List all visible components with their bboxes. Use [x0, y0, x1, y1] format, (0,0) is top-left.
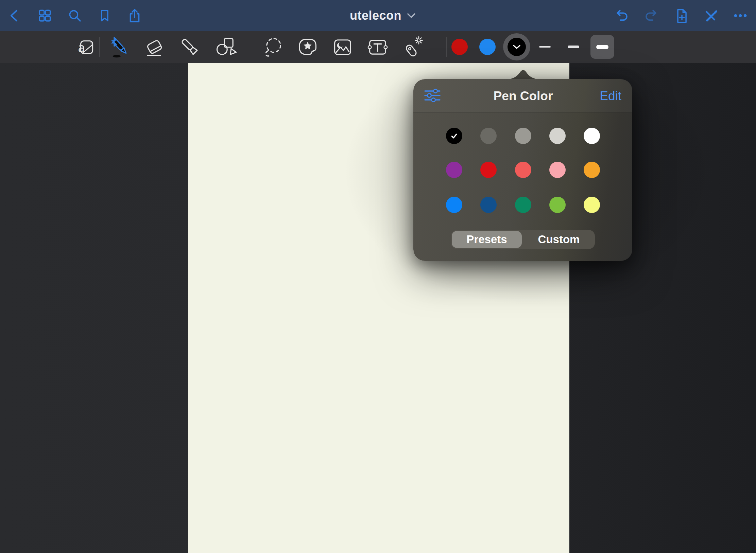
image-tool[interactable]: [328, 33, 357, 61]
popover-arrow: [507, 69, 539, 79]
lasso-tool[interactable]: [259, 33, 288, 61]
ellipsis-icon: [732, 7, 749, 24]
pen-settings-button sliders-icon[interactable]: [424, 88, 441, 103]
popover-title: Pen Color: [494, 89, 553, 103]
share-icon: [127, 8, 142, 23]
swatch-red[interactable]: [480, 162, 497, 178]
presets-custom-segmented-control: Presets Custom: [451, 230, 595, 249]
tab-presets[interactable]: Presets: [466, 233, 507, 246]
swatch-teal[interactable]: [515, 197, 531, 213]
document-title-button[interactable]: utelecon: [350, 0, 416, 31]
edit-colors-button[interactable]: Edit: [600, 89, 621, 103]
text-icon: [366, 36, 389, 59]
pen-icon: [110, 36, 133, 59]
quick-color-black-swatch: [508, 38, 526, 56]
eraser-icon: [144, 36, 167, 59]
stroke-thick-sample: [596, 45, 608, 49]
tab-custom[interactable]: Custom: [538, 233, 580, 246]
tools-toolbar: a: [0, 31, 756, 63]
swatch-blue[interactable]: [446, 197, 462, 213]
chevron-down-icon: [407, 13, 416, 18]
more-button[interactable]: [730, 5, 751, 26]
grid-icon: [37, 8, 53, 23]
svg-text:a: a: [78, 41, 85, 55]
top-navigation-bar: utelecon: [0, 0, 756, 31]
chevron-left-icon: [7, 8, 22, 23]
app-screen: utelecon: [0, 0, 756, 553]
highlighter-icon: [178, 36, 202, 59]
zoom-window-icon: a: [74, 36, 97, 58]
swatch-coral[interactable]: [515, 162, 531, 178]
quick-color-black-selected[interactable]: [503, 33, 530, 60]
redo-button[interactable]: [641, 5, 662, 26]
swatch-navy[interactable]: [480, 197, 497, 213]
pen-color-popover: Pen Color Edit Presets Custom: [413, 79, 632, 261]
toolbar-separator: [99, 37, 100, 57]
bookmark-button[interactable]: [94, 5, 115, 26]
quick-color-blue[interactable]: [479, 39, 496, 55]
swatch-yellow[interactable]: [584, 197, 600, 213]
checkmark-icon: [449, 131, 459, 141]
document-title: utelecon: [350, 8, 401, 23]
swatch-green[interactable]: [549, 197, 566, 213]
toolbar-separator: [446, 37, 447, 57]
lasso-icon: [262, 36, 285, 59]
swatch-white[interactable]: [584, 128, 600, 144]
chevron-down-icon: [513, 44, 521, 49]
swatch-dark-gray[interactable]: [480, 128, 497, 144]
stroke-thin-sample: [539, 46, 551, 48]
swatch-gray[interactable]: [515, 128, 531, 144]
undo-icon: [613, 7, 630, 24]
swatch-black selected[interactable]: [446, 128, 462, 144]
readonly-pen-button[interactable]: [700, 5, 721, 26]
shapes-tool[interactable]: [212, 33, 240, 61]
canvas-area: [0, 63, 756, 553]
stroke-thick-button[interactable]: [590, 35, 614, 59]
back-button[interactable]: [4, 5, 25, 26]
laser-pointer-icon: [402, 36, 425, 59]
redo-icon: [643, 7, 660, 24]
eraser-tool[interactable]: [141, 33, 170, 61]
stroke-thin-button[interactable]: [533, 35, 557, 59]
swatch-orange[interactable]: [584, 162, 600, 178]
highlighter-tool[interactable]: [176, 33, 204, 61]
quick-color-red[interactable]: [451, 39, 468, 55]
search-icon: [67, 8, 83, 23]
undo-button[interactable]: [611, 5, 632, 26]
popover-header: Pen Color Edit: [413, 79, 632, 113]
swatch-purple[interactable]: [446, 162, 462, 178]
shapes-icon: [214, 36, 238, 59]
pointer-tool[interactable]: [399, 33, 428, 61]
document-plus-icon: [673, 7, 690, 24]
stroke-medium-sample: [568, 46, 579, 48]
pages-overview-button[interactable]: [34, 5, 55, 26]
add-page-button[interactable]: [671, 5, 692, 26]
swatch-pink[interactable]: [549, 162, 566, 178]
pen-tool[interactable]: [107, 33, 136, 61]
stroke-medium-button[interactable]: [562, 35, 585, 59]
share-button[interactable]: [124, 5, 145, 26]
elements-tool[interactable]: [294, 33, 322, 61]
search-button[interactable]: [64, 5, 85, 26]
sticker-star-icon: [296, 36, 320, 59]
swatch-light-gray[interactable]: [549, 128, 566, 144]
bookmark-icon: [97, 8, 112, 23]
pencil-crossed-icon: [702, 7, 719, 24]
zoom-window-tool[interactable]: a: [71, 33, 100, 61]
image-icon: [331, 36, 354, 59]
text-tool[interactable]: [363, 33, 392, 61]
